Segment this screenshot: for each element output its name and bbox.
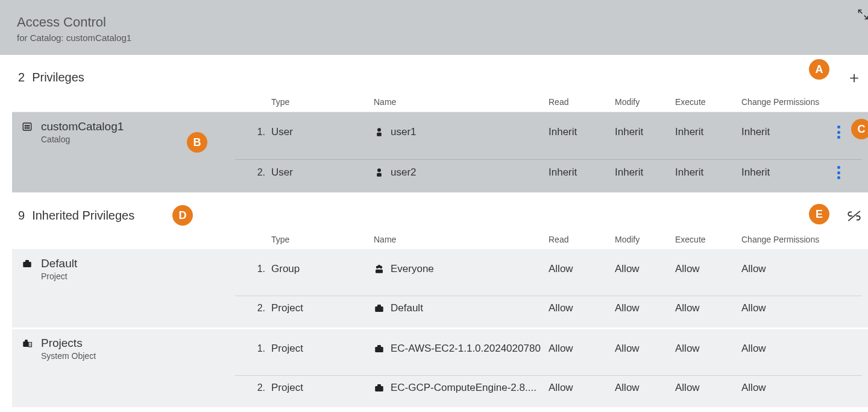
privileges-section: 2 Privileges ＋ Type Name Read Modify Exe…: [12, 55, 868, 192]
catalog-icon: [22, 121, 34, 133]
svg-rect-18: [375, 306, 383, 312]
perm-read[interactable]: Allow: [549, 263, 615, 275]
col-type: Type: [271, 235, 374, 244]
svg-rect-17: [376, 270, 383, 273]
col-name: Name: [374, 97, 549, 107]
panel-header: Access Control for Catalog: customCatalo…: [0, 0, 868, 55]
add-privilege-button[interactable]: ＋: [846, 69, 862, 85]
panel-subtitle: for Catalog: customCatalog1: [17, 33, 863, 43]
col-type: Type: [271, 97, 374, 107]
perm-cp[interactable]: Inherit: [741, 126, 832, 138]
perm-execute[interactable]: Allow: [675, 263, 741, 275]
row-actions-icon[interactable]: [837, 166, 840, 179]
svg-rect-21: [25, 340, 28, 342]
perm-read[interactable]: Allow: [549, 382, 615, 394]
perm-read[interactable]: Allow: [549, 343, 615, 355]
svg-point-2: [27, 125, 28, 127]
row-name: user1: [374, 126, 549, 138]
row-type: Project: [271, 302, 374, 314]
row-name: EC-GCP-ComputeEngine-2.8....: [374, 382, 549, 394]
privileges-count: 2: [18, 71, 25, 84]
privilege-row: 2.ProjectDefaultAllowAllowAllowAllow: [12, 288, 868, 328]
svg-rect-27: [377, 345, 381, 347]
perm-modify[interactable]: Inherit: [615, 166, 675, 179]
row-type: Project: [271, 343, 374, 355]
break-inheritance-icon[interactable]: [846, 210, 862, 222]
svg-point-5: [27, 128, 28, 129]
row-type: Group: [271, 263, 374, 275]
svg-rect-10: [377, 173, 382, 177]
row-index: 2.: [235, 382, 271, 393]
col-read: Read: [549, 235, 615, 244]
project-icon: [374, 382, 385, 393]
row-index: 1.: [235, 343, 271, 354]
project-icon: [22, 258, 34, 270]
perm-cp[interactable]: Allow: [741, 343, 832, 355]
project-icon: [374, 303, 385, 314]
col-execute: Execute: [675, 97, 741, 107]
perm-execute[interactable]: Allow: [675, 382, 741, 394]
privilege-row: 2.ProjectEC-GCP-ComputeEngine-2.8....All…: [12, 368, 868, 407]
perm-modify[interactable]: Allow: [615, 343, 675, 355]
user-icon: [374, 167, 385, 178]
svg-rect-26: [375, 347, 383, 352]
inherited-count: 9: [18, 209, 25, 223]
row-index: 2.: [235, 303, 271, 314]
perm-execute[interactable]: Inherit: [675, 126, 741, 138]
perm-cp[interactable]: Allow: [741, 302, 832, 314]
group-name: customCatalog1: [41, 120, 124, 133]
row-index: 1.: [235, 264, 271, 274]
user-icon: [374, 127, 385, 138]
perm-read[interactable]: Inherit: [549, 126, 615, 138]
svg-rect-0: [23, 123, 31, 130]
col-name: Name: [374, 235, 549, 244]
row-type: User: [271, 126, 374, 138]
row-name: Everyone: [374, 263, 549, 275]
col-read: Read: [549, 97, 615, 107]
group-icon: [374, 264, 385, 274]
group-name: Projects: [41, 337, 96, 350]
row-name: EC-AWS-EC2-1.1.0.2024020780: [374, 343, 549, 355]
svg-rect-8: [377, 133, 382, 136]
col-change-permissions: Change Permissions: [741, 235, 832, 244]
perm-execute[interactable]: Allow: [675, 343, 741, 355]
perm-cp[interactable]: Allow: [741, 382, 832, 394]
privilege-row: customCatalog1 Catalog1.Useruser1Inherit…: [12, 112, 868, 152]
svg-rect-12: [23, 262, 31, 267]
col-change-permissions: Change Permissions: [741, 97, 832, 107]
inherited-section: 9 Inherited Privileges Type Name Read: [12, 194, 868, 407]
privilege-row: 2.Useruser2InheritInheritInheritInherit: [12, 152, 868, 192]
perm-cp[interactable]: Allow: [741, 263, 832, 275]
perm-execute[interactable]: Allow: [675, 302, 741, 314]
svg-point-1: [25, 125, 26, 127]
group-name: Default: [41, 257, 77, 270]
svg-point-3: [28, 125, 30, 127]
svg-point-9: [377, 168, 381, 172]
perm-read[interactable]: Inherit: [549, 166, 615, 179]
perm-execute[interactable]: Inherit: [675, 166, 741, 179]
col-modify: Modify: [615, 97, 675, 107]
svg-rect-28: [375, 386, 383, 391]
expand-icon[interactable]: [857, 8, 868, 21]
privilege-row: Default Project1.GroupEveryoneAllowAllow…: [12, 250, 868, 288]
group-subtype: Catalog: [41, 135, 124, 144]
perm-modify[interactable]: Allow: [615, 263, 675, 275]
perm-modify[interactable]: Allow: [615, 302, 675, 314]
project-icon: [374, 343, 385, 354]
perm-modify[interactable]: Inherit: [615, 126, 675, 138]
panel-title: Access Control: [17, 14, 863, 30]
svg-point-6: [28, 128, 30, 129]
perm-modify[interactable]: Allow: [615, 382, 675, 394]
perm-read[interactable]: Allow: [549, 302, 615, 314]
svg-point-7: [377, 128, 381, 132]
system-icon: [22, 338, 34, 350]
svg-point-16: [377, 265, 380, 268]
perm-cp[interactable]: Inherit: [741, 166, 832, 179]
privilege-group: Default Project1.GroupEveryoneAllowAllow…: [12, 250, 868, 328]
privileges-title: Privileges: [32, 71, 84, 84]
inherited-title: Inherited Privileges: [32, 209, 134, 223]
privilege-row: Projects System Object1.ProjectEC-AWS-EC…: [12, 329, 868, 368]
row-actions-icon[interactable]: [837, 125, 840, 139]
svg-point-4: [25, 128, 26, 129]
group-subtype: Project: [41, 271, 77, 281]
